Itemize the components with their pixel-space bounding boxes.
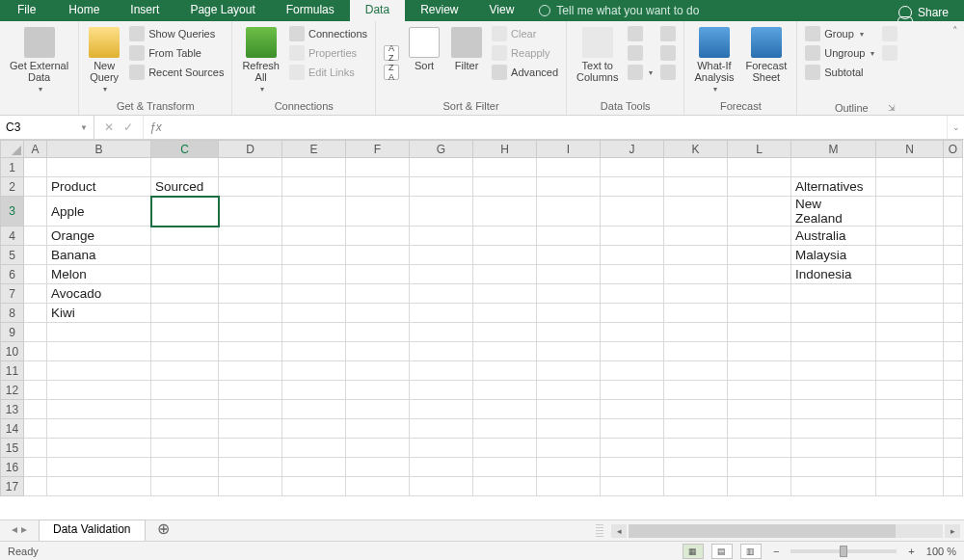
column-header-C[interactable]: C xyxy=(151,141,219,158)
scroll-thumb[interactable] xyxy=(629,524,896,538)
cell-E7[interactable] xyxy=(282,284,346,304)
cell-B2[interactable]: Product xyxy=(47,177,151,197)
cell-F14[interactable] xyxy=(346,419,410,439)
data-validation-button[interactable]: ▾ xyxy=(626,64,655,81)
cell-K7[interactable] xyxy=(664,284,728,304)
cell-C10[interactable] xyxy=(151,342,219,361)
cell-F2[interactable] xyxy=(346,177,410,197)
cell-J11[interactable] xyxy=(601,361,664,381)
cell-J17[interactable] xyxy=(601,477,664,496)
cell-D3[interactable] xyxy=(219,197,282,227)
cell-F13[interactable] xyxy=(346,400,410,419)
column-header-K[interactable]: K xyxy=(664,141,728,158)
cell-L1[interactable] xyxy=(728,158,791,177)
from-table-button[interactable]: From Table xyxy=(127,44,226,62)
cell-M16[interactable] xyxy=(791,458,876,477)
cell-K16[interactable] xyxy=(664,458,728,477)
cell-E11[interactable] xyxy=(282,361,346,381)
cell-G5[interactable] xyxy=(410,246,473,265)
tab-file[interactable]: File xyxy=(0,0,53,21)
cell-O7[interactable] xyxy=(944,284,963,304)
cell-C1[interactable] xyxy=(151,158,219,177)
tab-scroll-first[interactable]: ◂ xyxy=(12,522,17,539)
relationships-button[interactable] xyxy=(658,44,678,62)
cell-I10[interactable] xyxy=(537,342,601,361)
cell-H5[interactable] xyxy=(473,246,537,265)
cell-N10[interactable] xyxy=(876,342,944,361)
new-query-button[interactable]: New Query ▾ xyxy=(85,25,123,99)
connections-button[interactable]: Connections xyxy=(287,25,369,42)
row-header-4[interactable]: 4 xyxy=(1,227,24,246)
cell-L14[interactable] xyxy=(728,419,791,439)
tab-scroll-next[interactable]: ▸ xyxy=(21,522,27,539)
cell-A15[interactable] xyxy=(24,439,47,458)
cell-O2[interactable] xyxy=(944,177,963,197)
cell-E15[interactable] xyxy=(282,439,346,458)
cell-L13[interactable] xyxy=(728,400,791,419)
cell-G14[interactable] xyxy=(410,419,473,439)
cell-K11[interactable] xyxy=(664,361,728,381)
cell-M9[interactable] xyxy=(791,323,876,342)
cell-I15[interactable] xyxy=(537,439,601,458)
cell-A10[interactable] xyxy=(24,342,47,361)
page-break-view-button[interactable]: ▥ xyxy=(740,544,762,559)
cell-F9[interactable] xyxy=(346,323,410,342)
cell-O4[interactable] xyxy=(944,227,963,246)
cell-E14[interactable] xyxy=(282,419,346,439)
scroll-right-icon[interactable]: ▸ xyxy=(945,524,960,538)
cell-O3[interactable] xyxy=(944,197,963,227)
tell-me-search[interactable]: Tell me what you want to do xyxy=(529,0,709,21)
advanced-button[interactable]: Advanced xyxy=(490,64,560,81)
column-header-E[interactable]: E xyxy=(282,141,346,158)
cell-J12[interactable] xyxy=(601,381,664,400)
cell-L10[interactable] xyxy=(728,342,791,361)
row-header-10[interactable]: 10 xyxy=(1,342,24,361)
cell-D14[interactable] xyxy=(219,419,282,439)
cell-O17[interactable] xyxy=(944,477,963,496)
cell-M17[interactable] xyxy=(791,477,876,496)
cell-L15[interactable] xyxy=(728,439,791,458)
cell-E2[interactable] xyxy=(282,177,346,197)
cell-M5[interactable]: Malaysia xyxy=(791,246,876,265)
cell-G2[interactable] xyxy=(410,177,473,197)
collapse-ribbon-icon[interactable]: ˄ xyxy=(952,25,958,38)
cell-K4[interactable] xyxy=(664,227,728,246)
cell-G17[interactable] xyxy=(410,477,473,496)
cell-G12[interactable] xyxy=(410,381,473,400)
cell-C13[interactable] xyxy=(151,400,219,419)
ungroup-button[interactable]: Ungroup▾ xyxy=(803,44,876,62)
cell-A5[interactable] xyxy=(24,246,47,265)
row-header-17[interactable]: 17 xyxy=(1,477,24,496)
share-button[interactable]: Share xyxy=(883,0,964,21)
cell-A8[interactable] xyxy=(24,304,47,323)
cell-J7[interactable] xyxy=(601,284,664,304)
cell-O1[interactable] xyxy=(944,158,963,177)
cell-A1[interactable] xyxy=(24,158,47,177)
cell-J5[interactable] xyxy=(601,246,664,265)
cell-H16[interactable] xyxy=(473,458,537,477)
cell-J8[interactable] xyxy=(601,304,664,323)
cell-G11[interactable] xyxy=(410,361,473,381)
cell-O11[interactable] xyxy=(944,361,963,381)
cell-H11[interactable] xyxy=(473,361,537,381)
cell-O13[interactable] xyxy=(944,400,963,419)
cell-K14[interactable] xyxy=(664,419,728,439)
cell-N17[interactable] xyxy=(876,477,944,496)
cell-D7[interactable] xyxy=(219,284,282,304)
cell-D15[interactable] xyxy=(219,439,282,458)
cell-L12[interactable] xyxy=(728,381,791,400)
cell-H14[interactable] xyxy=(473,419,537,439)
cell-N9[interactable] xyxy=(876,323,944,342)
cell-O8[interactable] xyxy=(944,304,963,323)
cell-K3[interactable] xyxy=(664,197,728,227)
column-header-B[interactable]: B xyxy=(47,141,151,158)
group-button[interactable]: Group▾ xyxy=(803,25,876,42)
zoom-slider[interactable] xyxy=(790,549,897,553)
formula-input[interactable] xyxy=(168,116,947,139)
row-header-2[interactable]: 2 xyxy=(1,177,24,197)
cell-I7[interactable] xyxy=(537,284,601,304)
cell-D5[interactable] xyxy=(219,246,282,265)
cell-K13[interactable] xyxy=(664,400,728,419)
cell-F8[interactable] xyxy=(346,304,410,323)
sort-button[interactable]: Sort xyxy=(405,25,443,99)
